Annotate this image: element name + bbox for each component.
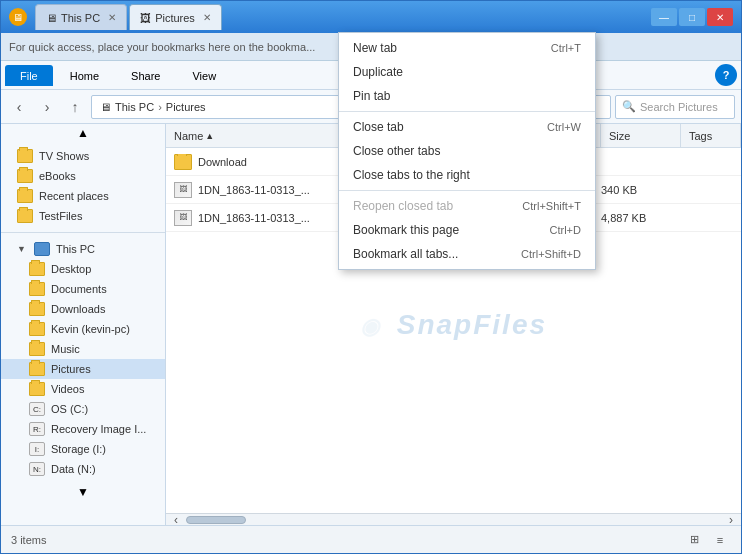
sidebar-label-storage: Storage (I:) — [51, 443, 106, 455]
address-icon: 🖥 — [100, 101, 111, 113]
col-name-sort: ▲ — [205, 131, 214, 141]
tab-pictures[interactable]: 🖼 Pictures ✕ — [129, 4, 222, 30]
file-label-img2: 1DN_1863-11-0313_... — [198, 212, 310, 224]
sidebar-item-storage[interactable]: I: Storage (I:) — [1, 439, 165, 459]
scroll-left-btn[interactable]: ‹ — [166, 513, 186, 526]
view-controls: ⊞ ≡ — [683, 531, 731, 549]
folder-icon-pictures — [29, 362, 45, 376]
sidebar-item-desktop[interactable]: Desktop — [1, 259, 165, 279]
sidebar-label-documents: Documents — [51, 283, 107, 295]
folder-icon-tvshows — [17, 149, 33, 163]
menu-item-new-tab[interactable]: New tab Ctrl+T — [339, 36, 595, 60]
menu-shortcut-reopen: Ctrl+Shift+T — [522, 200, 581, 212]
col-header-name[interactable]: Name ▲ — [166, 124, 361, 147]
help-button[interactable]: ? — [715, 64, 737, 86]
ribbon-tab-share[interactable]: Share — [116, 65, 175, 86]
menu-divider-1 — [339, 111, 595, 112]
sidebar-item-ebooks[interactable]: eBooks — [1, 166, 165, 186]
menu-item-reopen: Reopen closed tab Ctrl+Shift+T — [339, 194, 595, 218]
scroll-right-btn[interactable]: › — [721, 513, 741, 526]
sidebar-scroll-up[interactable]: ▲ — [1, 124, 165, 142]
sidebar-item-osc[interactable]: C: OS (C:) — [1, 399, 165, 419]
search-placeholder: Search Pictures — [640, 101, 718, 113]
menu-item-close-tab[interactable]: Close tab Ctrl+W — [339, 115, 595, 139]
close-button[interactable]: ✕ — [707, 8, 733, 26]
col-header-tags[interactable]: Tags — [681, 124, 741, 147]
folder-icon-testfiles — [17, 209, 33, 223]
view-list-button[interactable]: ≡ — [709, 531, 731, 549]
ribbon-tab-home[interactable]: Home — [55, 65, 114, 86]
ribbon-tab-file[interactable]: File — [5, 65, 53, 86]
menu-item-close-right[interactable]: Close tabs to the right — [339, 163, 595, 187]
sidebar-item-tvshows[interactable]: TV Shows — [1, 146, 165, 166]
sidebar-item-music[interactable]: Music — [1, 339, 165, 359]
back-button[interactable]: ‹ — [7, 95, 31, 119]
menu-label-duplicate: Duplicate — [353, 65, 403, 79]
sidebar-label-testfiles: TestFiles — [39, 210, 82, 222]
menu-item-duplicate[interactable]: Duplicate — [339, 60, 595, 84]
file-name-download: Download — [170, 154, 357, 170]
address-part-1: This PC — [115, 101, 154, 113]
menu-label-close-tab: Close tab — [353, 120, 404, 134]
col-tags-label: Tags — [689, 130, 712, 142]
drive-icon-data: N: — [29, 462, 45, 476]
scrollbar-area: ‹ › — [166, 513, 741, 525]
tab-pictures-label: Pictures — [155, 12, 195, 24]
menu-item-bookmark-all[interactable]: Bookmark all tabs... Ctrl+Shift+D — [339, 242, 595, 266]
tab-this-pc[interactable]: 🖥 This PC ✕ — [35, 4, 127, 30]
sidebar-label-videos: Videos — [51, 383, 84, 395]
sidebar-item-downloads[interactable]: Downloads — [1, 299, 165, 319]
window-controls: — □ ✕ — [651, 8, 733, 26]
menu-item-bookmark[interactable]: Bookmark this page Ctrl+D — [339, 218, 595, 242]
sidebar-item-kevin[interactable]: Kevin (kevin-pc) — [1, 319, 165, 339]
context-menu: New tab Ctrl+T Duplicate Pin tab Close t… — [338, 32, 596, 270]
tab-this-pc-close[interactable]: ✕ — [108, 12, 116, 23]
menu-label-bookmark: Bookmark this page — [353, 223, 459, 237]
sidebar-item-thispc[interactable]: ▼ This PC — [1, 239, 165, 259]
sidebar-label-music: Music — [51, 343, 80, 355]
menu-shortcut-close-tab: Ctrl+W — [547, 121, 581, 133]
tab-pictures-close[interactable]: ✕ — [203, 12, 211, 23]
sidebar-item-recovery[interactable]: R: Recovery Image I... — [1, 419, 165, 439]
scrollbar-thumb[interactable] — [186, 516, 246, 524]
forward-button[interactable]: › — [35, 95, 59, 119]
drive-icon-storage: I: — [29, 442, 45, 456]
tab-bar: 🖥 This PC ✕ 🖼 Pictures ✕ — [35, 4, 647, 30]
address-part-2: Pictures — [166, 101, 206, 113]
file-size-img1: 340 KB — [597, 184, 677, 196]
sidebar-item-testfiles[interactable]: TestFiles — [1, 206, 165, 226]
menu-item-pin[interactable]: Pin tab — [339, 84, 595, 108]
file-icon-img1: 🖼 — [174, 182, 192, 198]
tab-pictures-icon: 🖼 — [140, 12, 151, 24]
sidebar-label-tvshows: TV Shows — [39, 150, 89, 162]
sidebar-label-thispc: This PC — [56, 243, 95, 255]
folder-icon-ebooks — [17, 169, 33, 183]
ribbon-tab-view[interactable]: View — [177, 65, 231, 86]
sidebar-item-data[interactable]: N: Data (N:) — [1, 459, 165, 479]
sidebar-item-pictures[interactable]: Pictures — [1, 359, 165, 379]
computer-icon — [34, 242, 50, 256]
menu-label-reopen: Reopen closed tab — [353, 199, 453, 213]
menu-shortcut-new-tab: Ctrl+T — [551, 42, 581, 54]
folder-icon-desktop — [29, 262, 45, 276]
sidebar-item-recent[interactable]: Recent places — [1, 186, 165, 206]
maximize-button[interactable]: □ — [679, 8, 705, 26]
sidebar-scroll-down[interactable]: ▼ — [1, 483, 165, 501]
search-box[interactable]: 🔍 Search Pictures — [615, 95, 735, 119]
path-sep: › — [158, 101, 162, 113]
sidebar-item-videos[interactable]: Videos — [1, 379, 165, 399]
up-button[interactable]: ↑ — [63, 95, 87, 119]
col-size-label: Size — [609, 130, 630, 142]
sidebar-label-kevin: Kevin (kevin-pc) — [51, 323, 130, 335]
minimize-button[interactable]: — — [651, 8, 677, 26]
file-name-img1: 🖼 1DN_1863-11-0313_... — [170, 182, 357, 198]
sidebar-item-documents[interactable]: Documents — [1, 279, 165, 299]
horizontal-scrollbar[interactable]: ‹ › — [166, 513, 741, 525]
col-header-size[interactable]: Size — [601, 124, 681, 147]
scrollbar-track[interactable] — [186, 515, 721, 525]
menu-label-pin: Pin tab — [353, 89, 390, 103]
file-name-img2: 🖼 1DN_1863-11-0313_... — [170, 210, 357, 226]
menu-item-close-other[interactable]: Close other tabs — [339, 139, 595, 163]
folder-icon-videos — [29, 382, 45, 396]
view-grid-button[interactable]: ⊞ — [683, 531, 705, 549]
